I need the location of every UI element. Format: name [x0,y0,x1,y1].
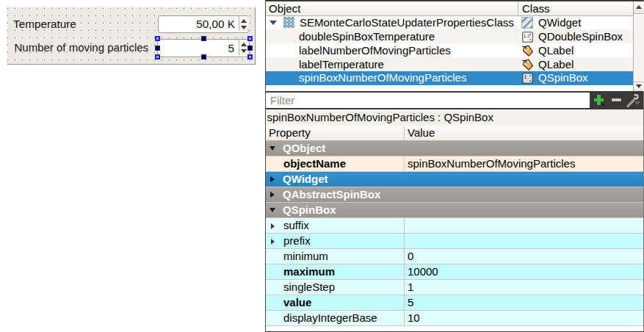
svg-text:1: 1 [524,74,527,79]
svg-text:1.2: 1.2 [524,32,530,37]
